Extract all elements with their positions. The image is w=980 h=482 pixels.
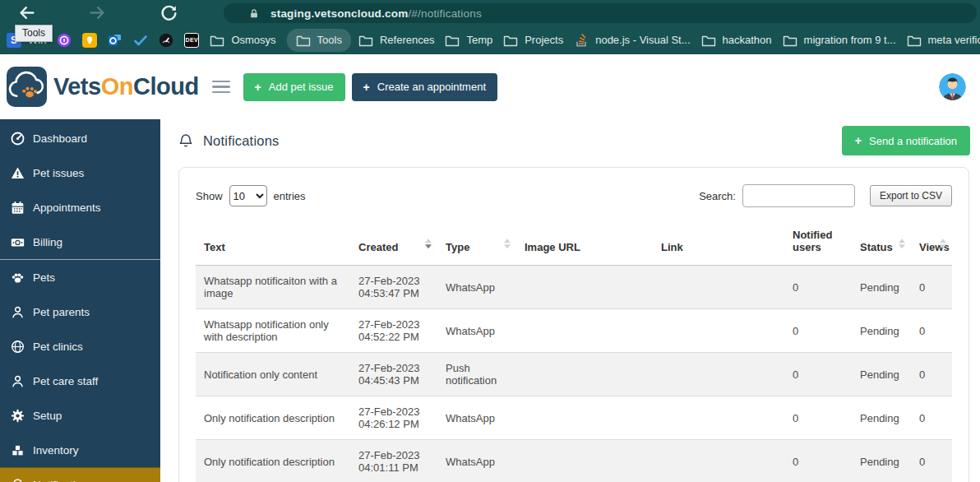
column-header-created[interactable]: Created <box>350 220 437 266</box>
sidebar-item-pet-clinics[interactable]: Pet clinics <box>0 329 160 364</box>
dev-icon: DEV <box>184 33 199 48</box>
cell-created: 27-Feb-2023 04:52:22 PM <box>350 309 437 353</box>
sidebar-label: Dashboard <box>33 132 87 145</box>
bell-icon <box>11 478 25 482</box>
bookmark-folder-osmosys[interactable]: Osmosys <box>210 33 275 48</box>
sidebar-label: Pet parents <box>33 306 90 318</box>
cell-notified-users: 0 <box>784 266 852 309</box>
cell-notified-users: 0 <box>784 353 852 396</box>
sort-arrows-icon[interactable] <box>504 239 511 248</box>
column-header-notified-users[interactable]: Notified users <box>784 220 852 266</box>
sidebar-item-billing[interactable]: Billing <box>0 225 160 259</box>
column-header-type[interactable]: Type <box>437 220 516 266</box>
url-text: staging.vetsoncloud.com/#/notifications <box>270 7 482 20</box>
sidebar-label: Inventory <box>33 444 79 457</box>
address-bar[interactable]: staging.vetsoncloud.com/#/notifications <box>224 3 977 23</box>
bookmark-label: node.js - Visual St... <box>595 34 690 46</box>
bookmark-folder-references[interactable]: References <box>358 33 434 48</box>
notifications-table: Text Created Type Image URL Link Notifie… <box>196 220 952 482</box>
sidebar-item-appointments[interactable]: Appointments <box>0 190 160 225</box>
sort-arrows-icon[interactable] <box>899 239 905 248</box>
sort-arrows-icon[interactable] <box>425 239 432 248</box>
bookmark-dev[interactable]: DEV <box>184 33 199 48</box>
table-row[interactable]: Only notification description 27-Feb-202… <box>196 440 952 482</box>
bookmark-stackoverflow[interactable]: node.js - Visual St... <box>574 33 690 48</box>
column-header-text[interactable]: Text <box>196 220 350 266</box>
url-domain: staging.vetsoncloud.com <box>270 7 408 20</box>
sort-arrows-icon[interactable] <box>940 239 946 248</box>
lock-icon[interactable] <box>248 7 260 20</box>
bookmark-folder-migration[interactable]: migration from 9 t... <box>783 33 896 48</box>
warning-icon <box>11 166 25 180</box>
cell-link <box>653 396 784 440</box>
bookmark-folder-projects[interactable]: Projects <box>503 33 563 48</box>
sidebar-item-setup[interactable]: Setup <box>0 398 160 433</box>
bookmark-todo[interactable] <box>133 33 148 48</box>
cell-text: Only notification description <box>196 396 350 440</box>
create-appointment-button[interactable]: + Create an appointment <box>352 73 497 101</box>
cell-created: 27-Feb-2023 04:53:47 PM <box>350 266 437 309</box>
column-header-image-url[interactable]: Image URL <box>516 220 653 266</box>
check-icon <box>133 33 148 48</box>
search-input[interactable] <box>742 184 855 207</box>
page-header: Notifications + Send a notification <box>178 126 970 155</box>
bookmark-keep[interactable] <box>82 33 97 48</box>
cell-type: Push notification <box>437 353 516 396</box>
bookmark-folder-temp[interactable]: Temp <box>445 33 492 48</box>
page-size-select[interactable]: 10 <box>229 185 267 206</box>
column-header-views[interactable]: Views <box>911 220 952 266</box>
bookmark-label: References <box>380 34 434 46</box>
page-title: Notifications <box>203 133 279 149</box>
vetsoncloud-logo[interactable] <box>7 67 47 107</box>
table-controls: Show 10 entries Search: Export to CSV <box>196 184 952 207</box>
table-row[interactable]: Whatsapp notificaiton with a image 27-Fe… <box>196 266 952 309</box>
add-pet-issue-label: Add pet issue <box>269 81 334 93</box>
column-header-link[interactable]: Link <box>653 220 784 266</box>
bookmark-folder-tools[interactable]: Tools <box>287 29 351 52</box>
screen: staging.vetsoncloud.com/#/notifications … <box>0 0 980 482</box>
cell-status: Pending <box>852 396 911 440</box>
table-row[interactable]: Notification only content 27-Feb-2023 04… <box>196 353 952 396</box>
export-csv-button[interactable]: Export to CSV <box>870 185 952 206</box>
sidebar-item-dashboard[interactable]: Dashboard <box>0 121 160 155</box>
bookmark-folder-hackathon[interactable]: hackathon <box>701 33 772 48</box>
bookmark-speedtest[interactable] <box>159 33 173 48</box>
person-icon <box>11 305 25 319</box>
bookmark-outlook[interactable] <box>108 33 122 48</box>
sidebar-item-inventory[interactable]: Inventory <box>0 433 160 467</box>
paw-icon <box>11 271 25 285</box>
avatar-person-icon <box>939 73 966 100</box>
bookmark-onepassword[interactable] <box>57 33 72 48</box>
send-notification-button[interactable]: + Send a notification <box>842 126 970 155</box>
cell-text: Whatsapp notificaiton with a image <box>196 266 350 309</box>
table-row[interactable]: Whatsapp notification only with descript… <box>196 309 952 353</box>
sidebar-item-pet-issues[interactable]: Pet issues <box>0 155 160 190</box>
cell-type: WhatsApp <box>437 266 516 309</box>
send-notification-label: Send a notification <box>869 135 957 147</box>
sidebar-item-notifications[interactable]: Notifications <box>0 467 160 482</box>
folder-icon <box>701 33 716 48</box>
user-avatar[interactable] <box>939 73 966 100</box>
sidebar-item-pet-care-staff[interactable]: Pet care staff <box>0 364 160 398</box>
add-pet-issue-button[interactable]: + Add pet issue <box>243 73 345 101</box>
onepassword-icon <box>57 33 72 48</box>
sidebar-item-pets[interactable]: Pets <box>0 260 160 294</box>
bookmark-folder-meta[interactable]: meta verificat <box>907 33 980 48</box>
folder-icon <box>358 33 373 48</box>
sidebar-item-pet-parents[interactable]: Pet parents <box>0 294 160 329</box>
menu-icon[interactable] <box>212 81 230 94</box>
table-row[interactable]: Only notification description 27-Feb-202… <box>196 396 952 440</box>
browser-toolbar: staging.vetsoncloud.com/#/notifications <box>0 0 980 25</box>
cell-type: WhatsApp <box>437 309 516 353</box>
cell-status: Pending <box>852 266 911 309</box>
column-header-status[interactable]: Status <box>852 220 911 266</box>
cell-link <box>653 266 784 309</box>
forward-icon[interactable] <box>89 4 106 21</box>
app-header: VetsOnCloud + Add pet issue + Create an … <box>0 54 980 119</box>
reload-icon[interactable] <box>160 4 178 21</box>
brand-wordmark: VetsOnCloud <box>53 73 199 100</box>
cell-views: 0 <box>911 309 952 353</box>
bookmark-label: Tools <box>317 34 342 46</box>
cell-text: Only notification description <box>196 440 350 482</box>
back-icon[interactable] <box>18 4 35 21</box>
